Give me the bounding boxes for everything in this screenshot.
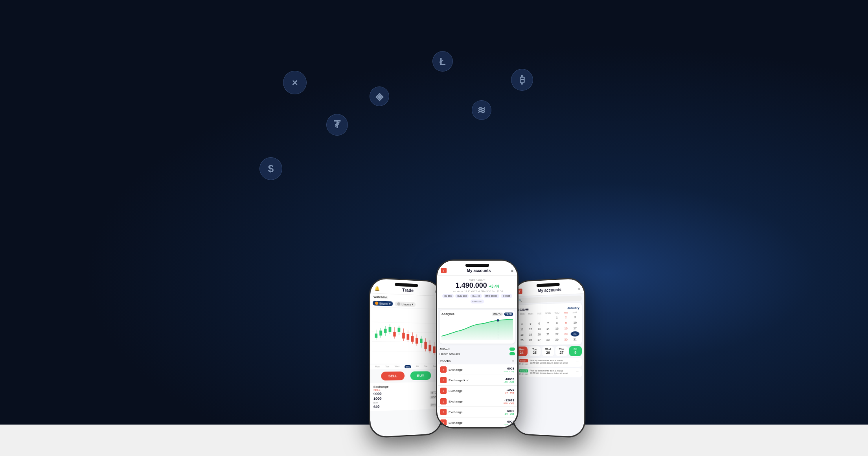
- cal-26[interactable]: 26: [526, 337, 535, 342]
- analysis-header: Analysis MONTH YEAR: [441, 312, 513, 316]
- time-thu[interactable]: Thu: [405, 365, 411, 368]
- stock-row-6[interactable]: ↑ Exchange 600$ +1% ~25$: [437, 417, 517, 427]
- stock-amount-3: -100$: [504, 388, 514, 392]
- cal-16[interactable]: 16: [562, 326, 570, 331]
- all-profit-label: All Profit: [440, 348, 450, 351]
- calendar-month: January: [567, 306, 579, 310]
- phone-calendar: T My accounts ≡ 🔍 2021/06 January SUN MO…: [512, 277, 585, 438]
- cal-4[interactable]: 4: [518, 321, 526, 326]
- hidden-accounts-label: Hidden accounts: [440, 353, 460, 355]
- chart-svg: [372, 309, 439, 362]
- time-sat: Sat: [424, 365, 428, 368]
- litecoin-pill[interactable]: Litecoin ▾: [395, 302, 416, 307]
- month-toggle[interactable]: MONTH: [492, 313, 503, 316]
- stock-row-4[interactable]: ↓ Exchange -1266$ -37% ~50$: [437, 396, 517, 407]
- bitcoin-label: Bitcoin: [379, 302, 388, 305]
- cal-6[interactable]: 6: [535, 321, 543, 326]
- event-2[interactable]: FRI 24 16:21 am Pick up documents from a…: [516, 368, 582, 377]
- cal-27[interactable]: 27: [535, 337, 543, 342]
- candlestick-chart: [370, 307, 441, 364]
- stock-row-1[interactable]: ↑ Exchange 600$ +1% ~25$: [437, 364, 517, 375]
- week-view: Mon 24 Tue 25 Wed 26 Thu 27 Fri 9: [516, 346, 582, 356]
- cal-24[interactable]: 24: [571, 331, 579, 337]
- cal-22[interactable]: 22: [553, 331, 561, 336]
- cal-17[interactable]: 17: [571, 325, 579, 331]
- cal-12[interactable]: 12: [526, 327, 535, 332]
- week-wed[interactable]: Wed 26: [542, 346, 554, 356]
- stock-values-6: 600$ +1% ~25$: [504, 420, 514, 426]
- pill-gold: Gold 160: [455, 294, 469, 298]
- sell-button[interactable]: SELL: [381, 371, 405, 381]
- cal-25[interactable]: 25: [518, 338, 526, 343]
- all-profit-toggle[interactable]: [509, 348, 515, 351]
- search-input-display[interactable]: 🔍: [516, 295, 582, 303]
- pill-oil: Oil $$$: [442, 294, 454, 298]
- analysis-title: Analysis: [441, 312, 454, 316]
- hidden-accounts-toggle[interactable]: [509, 352, 515, 355]
- event-1-sub: 11:40 am Lorem ipsum dolor sit amet: [530, 362, 568, 364]
- balance-section: Total Balance 1.490.000 +3.44 Last Hours…: [437, 276, 517, 309]
- chevron-icon: ▾: [412, 303, 414, 306]
- stock-row-5[interactable]: ↑ Exchange 600$ +1% ~25$: [437, 407, 517, 417]
- bitcoin-dot: [375, 302, 378, 305]
- event-2-info: FRI 24 16:21 am: [519, 369, 528, 375]
- ethereum-icon: ◈: [370, 86, 389, 106]
- svg-line-1: [372, 332, 439, 333]
- phone2-screen: T My accounts ≡ Total Balance 1.490.000 …: [437, 261, 517, 427]
- stock-name-4: Exchange: [449, 400, 503, 403]
- cal-18[interactable]: 18: [518, 332, 526, 337]
- cal-29[interactable]: 29: [553, 337, 561, 342]
- svg-rect-17: [403, 333, 405, 338]
- cal-19[interactable]: 19: [526, 332, 535, 337]
- xrp-icon: ×: [283, 71, 307, 94]
- stock-row-3[interactable]: ↓ Exchange -100$ -1% ~50$: [437, 386, 517, 396]
- stock-values-4: -1266$ -37% ~50$: [503, 399, 514, 405]
- cal-1[interactable]: 1: [553, 315, 561, 320]
- day-wed: WED: [544, 312, 552, 315]
- cal-30[interactable]: 30: [562, 337, 570, 342]
- stock-amount-6: 600$: [504, 420, 514, 423]
- cal-8[interactable]: 8: [553, 320, 561, 326]
- cal-11[interactable]: 11: [518, 327, 526, 332]
- calendar: 2021/06 January SUN MON TUE WED THU FRI …: [516, 303, 582, 345]
- time-tue: Tue: [385, 365, 389, 368]
- week-fri[interactable]: Fri 9: [569, 346, 582, 356]
- week-tue[interactable]: Tue 25: [529, 346, 541, 356]
- day-sun: SUN: [518, 313, 526, 316]
- cal-3[interactable]: 3: [571, 314, 579, 320]
- year-toggle[interactable]: YEAR: [504, 313, 513, 316]
- stock-amount-2: 4000$: [504, 377, 514, 381]
- time-mon: Mon: [375, 365, 380, 368]
- stock-amount-5: 600$: [504, 409, 514, 413]
- phone3-header: T My accounts ≡: [513, 278, 584, 297]
- week-thu[interactable]: Thu 27: [555, 346, 568, 356]
- day-thu: THU: [552, 312, 561, 314]
- week-fri-num: 9: [570, 351, 581, 355]
- cal-5[interactable]: 5: [526, 321, 535, 326]
- cal-20[interactable]: 20: [535, 332, 543, 337]
- cal-10[interactable]: 10: [571, 320, 579, 325]
- stock-name-1: Exchange: [449, 368, 504, 371]
- cal-2[interactable]: 2: [562, 314, 570, 320]
- cal-7[interactable]: 7: [544, 321, 552, 326]
- balance-label: Total Balance: [441, 279, 513, 281]
- stock-name-5: Exchange: [449, 410, 504, 414]
- stock-amount-1: 600$: [504, 367, 514, 370]
- event-1[interactable]: FRI 9 16:21 am Pick up documents from a …: [516, 358, 582, 367]
- cal-21[interactable]: 21: [544, 332, 552, 337]
- dollar-icon: $: [259, 157, 282, 180]
- cal-14[interactable]: 14: [544, 326, 552, 331]
- cal-23[interactable]: 23: [562, 331, 570, 337]
- cal-28[interactable]: 28: [544, 337, 552, 342]
- day-mon: MON: [526, 313, 535, 315]
- last-hours: Last Hours: 19:35 +0.22 +4.88%: [452, 290, 485, 292]
- phone3-menu-icon: ≡: [578, 287, 580, 291]
- phone1-screen: 🔔 Trade ≡ Watchlist Bitcoin ♥ Litecoin ▾: [370, 278, 441, 437]
- stock-row-2[interactable]: ↑ Exchange ♥ ✓ 4000$ +8% ~50$: [437, 375, 517, 386]
- cal-13[interactable]: 13: [535, 326, 543, 331]
- buy-button[interactable]: BUY: [410, 371, 431, 380]
- cal-31[interactable]: 31: [571, 337, 579, 342]
- cal-9[interactable]: 9: [562, 320, 570, 326]
- cal-15[interactable]: 15: [553, 326, 561, 331]
- bitcoin-pill[interactable]: Bitcoin ♥: [373, 301, 393, 306]
